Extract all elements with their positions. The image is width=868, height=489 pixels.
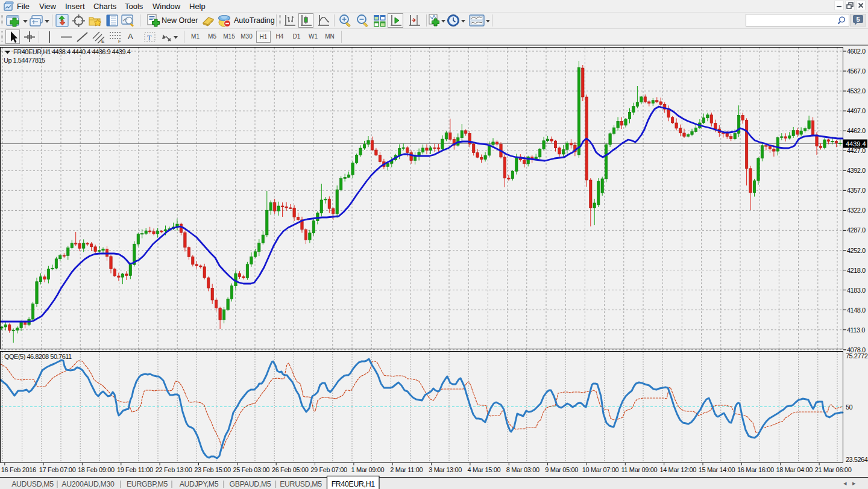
svg-text:4287.0: 4287.0 bbox=[847, 226, 866, 234]
svg-text:8 Mar 03:00: 8 Mar 03:00 bbox=[506, 466, 539, 473]
svg-text:F: F bbox=[118, 39, 121, 43]
svg-text:AUDJPY,M5: AUDJPY,M5 bbox=[180, 480, 219, 488]
svg-text:22 Feb 13:00: 22 Feb 13:00 bbox=[156, 466, 192, 473]
svg-text:4 Mar 15:00: 4 Mar 15:00 bbox=[467, 466, 500, 473]
svg-text:4357.0: 4357.0 bbox=[847, 187, 866, 194]
svg-text:18 Feb 09:00: 18 Feb 09:00 bbox=[78, 466, 115, 473]
svg-text:4183.0: 4183.0 bbox=[847, 287, 866, 294]
svg-text:23.5264: 23.5264 bbox=[846, 456, 868, 463]
svg-text:4322.0: 4322.0 bbox=[847, 207, 866, 214]
svg-text:4427.0: 4427.0 bbox=[847, 147, 866, 154]
svg-text:4532.0: 4532.0 bbox=[847, 87, 866, 95]
svg-text:2 Mar 11:00: 2 Mar 11:00 bbox=[390, 466, 423, 473]
svg-text:Up 1.54477815: Up 1.54477815 bbox=[4, 57, 45, 64]
svg-text:29 Feb 07:00: 29 Feb 07:00 bbox=[310, 466, 347, 473]
svg-text:FR40EUR,H1: FR40EUR,H1 bbox=[332, 480, 376, 488]
svg-text:75.2772: 75.2772 bbox=[846, 352, 868, 360]
svg-text:23 Feb 15:00: 23 Feb 15:00 bbox=[194, 466, 231, 473]
svg-text:4497.0: 4497.0 bbox=[847, 107, 866, 114]
svg-text:11 Mar 09:00: 11 Mar 09:00 bbox=[621, 466, 657, 473]
svg-text:4252.0: 4252.0 bbox=[847, 247, 866, 254]
svg-text:4113.0: 4113.0 bbox=[847, 326, 865, 334]
svg-text:EURUSD,M5: EURUSD,M5 bbox=[280, 480, 322, 488]
svg-text:GBPAUD,M5: GBPAUD,M5 bbox=[230, 480, 271, 488]
svg-text:4602.0: 4602.0 bbox=[847, 48, 866, 55]
svg-text:EURGBP,M5: EURGBP,M5 bbox=[127, 480, 168, 488]
svg-text:4567.0: 4567.0 bbox=[847, 67, 866, 75]
svg-text:17 Feb 07:00: 17 Feb 07:00 bbox=[39, 466, 76, 473]
svg-text:4392.0: 4392.0 bbox=[847, 167, 866, 174]
svg-text:T: T bbox=[147, 34, 152, 42]
svg-text:4148.0: 4148.0 bbox=[847, 307, 866, 314]
svg-text:25 Feb 03:00: 25 Feb 03:00 bbox=[233, 466, 269, 473]
svg-text:14 Mar 12:00: 14 Mar 12:00 bbox=[659, 466, 696, 473]
svg-text:50: 50 bbox=[846, 403, 853, 411]
svg-text:26 Feb 05:00: 26 Feb 05:00 bbox=[272, 466, 309, 473]
svg-text:16 Mar 16:00: 16 Mar 16:00 bbox=[737, 466, 774, 473]
svg-text:1 Mar 09:00: 1 Mar 09:00 bbox=[351, 466, 384, 473]
svg-text:4438.4 4440.4 4436.9 4439.4: 4438.4 4440.4 4436.9 4439.4 bbox=[52, 48, 131, 55]
svg-text:9 Mar 05:00: 9 Mar 05:00 bbox=[545, 466, 578, 473]
svg-text:▸: ▸ bbox=[852, 479, 856, 487]
svg-text:QQE(5) 46.8208 50.7611: QQE(5) 46.8208 50.7611 bbox=[4, 353, 72, 360]
svg-text:◂: ◂ bbox=[843, 479, 847, 487]
svg-text:16 Feb 2016: 16 Feb 2016 bbox=[1, 466, 36, 473]
svg-text:5: 5 bbox=[856, 16, 860, 23]
svg-text:4218.0: 4218.0 bbox=[847, 267, 866, 274]
svg-text:21 Mar 06:00: 21 Mar 06:00 bbox=[815, 466, 852, 473]
svg-text:19 Feb 11:00: 19 Feb 11:00 bbox=[117, 466, 153, 473]
svg-text:3 Mar 13:00: 3 Mar 13:00 bbox=[429, 466, 462, 473]
svg-text:AU200AUD,M30: AU200AUD,M30 bbox=[61, 480, 115, 488]
svg-text:FR40EUR,H1: FR40EUR,H1 bbox=[13, 48, 51, 55]
svg-text:AUDUSD,M5: AUDUSD,M5 bbox=[11, 480, 54, 488]
svg-text:4439.4: 4439.4 bbox=[846, 140, 866, 148]
svg-text:10 Mar 07:00: 10 Mar 07:00 bbox=[582, 466, 619, 473]
svg-text:4462.0: 4462.0 bbox=[847, 127, 866, 134]
svg-text:15 Mar 14:00: 15 Mar 14:00 bbox=[699, 466, 735, 473]
svg-text:18 Mar 04:00: 18 Mar 04:00 bbox=[776, 466, 813, 473]
svg-text:E: E bbox=[101, 39, 104, 43]
